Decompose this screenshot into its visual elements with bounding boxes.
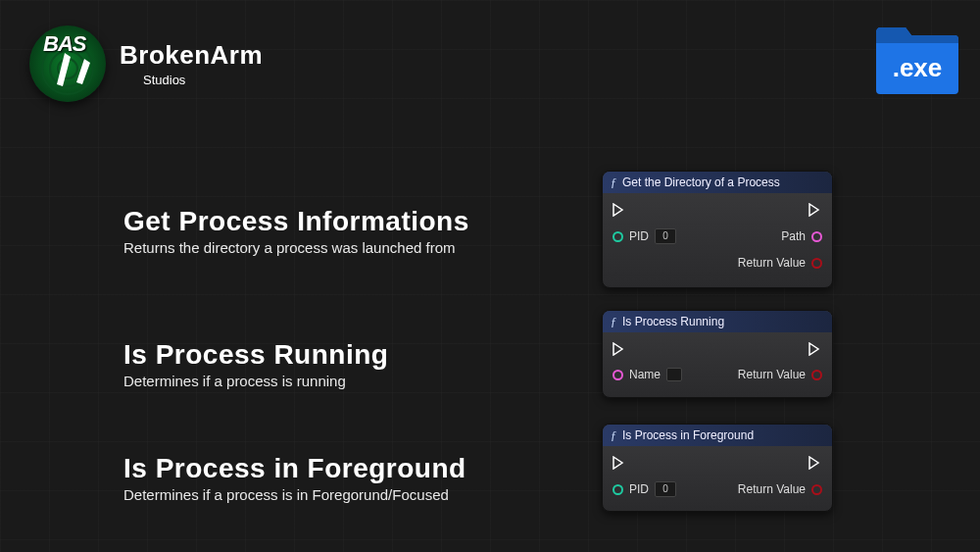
bas-logo: BAS (29, 25, 106, 102)
exec-out-pin[interactable] (808, 342, 822, 356)
name-label: Name (629, 368, 661, 381)
node-is-running-header[interactable]: ƒ Is Process Running (603, 311, 832, 332)
exec-in-pin[interactable] (612, 342, 626, 356)
section-1-title: Get Process Informations (123, 206, 469, 237)
bas-logo-text: BAS (43, 31, 85, 57)
node-get-directory-header[interactable]: ƒ Get the Directory of a Process (603, 172, 832, 193)
function-icon: ƒ (611, 176, 616, 190)
return-value-label: Return Value (738, 368, 806, 381)
section-2-title: Is Process Running (123, 339, 388, 371)
section-3-subtitle: Determines if a process is in Foregorund… (123, 486, 466, 503)
pid-input-pin[interactable]: PID 0 (612, 228, 676, 244)
return-value-output-pin[interactable]: Return Value (738, 256, 822, 270)
pid-label: PID (629, 482, 649, 496)
name-value-field[interactable] (666, 368, 682, 381)
exec-out-pin[interactable] (808, 456, 822, 470)
node-get-directory-title: Get the Directory of a Process (622, 176, 780, 189)
node-is-foreground-title: Is Process in Foreground (622, 428, 754, 442)
path-label: Path (781, 229, 806, 243)
section-2-subtitle: Determines if a process is running (123, 373, 388, 389)
exe-folder-icon: .exe (872, 18, 962, 102)
return-value-output-pin[interactable]: Return Value (738, 482, 822, 496)
section-1: Get Process Informations Returns the dir… (123, 206, 469, 256)
pid-value-field[interactable]: 0 (655, 228, 676, 244)
return-value-label: Return Value (738, 256, 806, 270)
name-input-pin[interactable]: Name (612, 368, 682, 381)
exec-out-pin[interactable] (808, 203, 822, 217)
node-get-directory[interactable]: ƒ Get the Directory of a Process PID 0 P… (602, 171, 833, 288)
brand-logo-group: BAS BrokenArm Studios (29, 25, 263, 102)
svg-marker-3 (57, 53, 71, 86)
pid-input-pin[interactable]: PID 0 (612, 481, 676, 497)
node-is-running[interactable]: ƒ Is Process Running Name Return Value (602, 310, 833, 398)
function-icon: ƒ (611, 428, 616, 443)
return-value-output-pin[interactable]: Return Value (738, 368, 822, 381)
pid-label: PID (629, 229, 649, 243)
section-3: Is Process in Foreground Determines if a… (123, 453, 466, 503)
section-2: Is Process Running Determines if a proce… (123, 339, 388, 389)
exec-in-pin[interactable] (612, 456, 626, 470)
node-is-foreground-header[interactable]: ƒ Is Process in Foreground (603, 425, 832, 446)
brand-subtitle: Studios (143, 73, 263, 87)
function-icon: ƒ (611, 315, 616, 329)
return-value-label: Return Value (738, 482, 806, 496)
node-is-running-title: Is Process Running (622, 315, 724, 328)
section-1-subtitle: Returns the directory a process was laun… (123, 239, 469, 256)
section-3-title: Is Process in Foreground (123, 453, 466, 484)
node-is-foreground[interactable]: ƒ Is Process in Foreground PID 0 Return … (602, 424, 833, 512)
brand-text: BrokenArm Studios (120, 40, 263, 87)
brand-title: BrokenArm (120, 40, 263, 71)
svg-marker-4 (76, 59, 90, 84)
exe-icon-label: .exe (893, 53, 943, 82)
exec-in-pin[interactable] (612, 203, 626, 217)
path-output-pin[interactable]: Path (781, 229, 822, 243)
pid-value-field[interactable]: 0 (655, 481, 676, 497)
